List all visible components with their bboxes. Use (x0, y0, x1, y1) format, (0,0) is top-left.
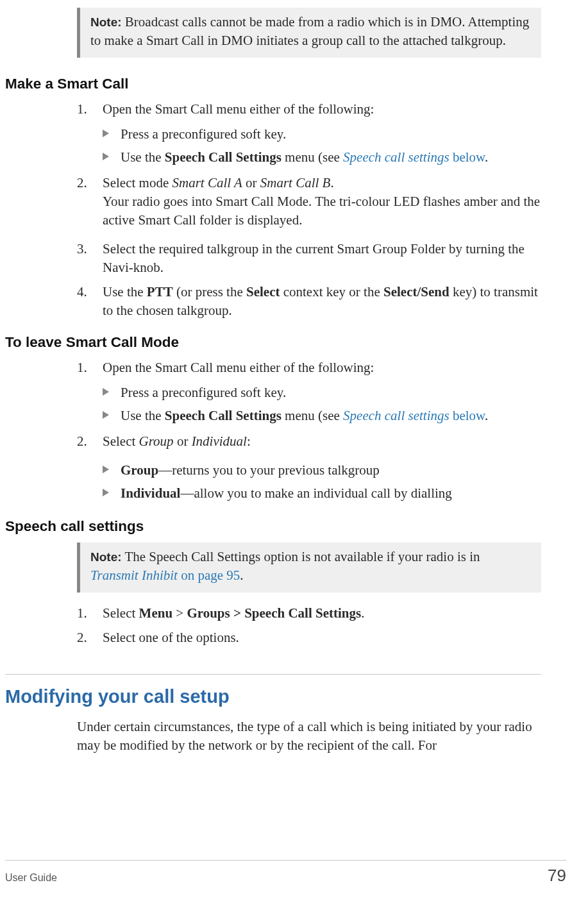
sub-text: menu (see (281, 149, 343, 165)
list-item: 2. Select one of the options. (77, 628, 541, 647)
list-num: 1. (77, 100, 87, 119)
list-italic: Smart Call B (260, 175, 331, 190)
list-leave-smart-call: 1. Open the Smart Call menu either of th… (77, 358, 541, 504)
list-text: > (172, 605, 187, 621)
heading-make-smart-call: Make a Smart Call (0, 76, 588, 92)
section-speech-call-settings: Speech call settings Note: The Speech Ca… (0, 518, 588, 647)
sub-text: —returns you to your previous talkgroup (158, 462, 380, 478)
footer-doc-title: User Guide (5, 872, 57, 884)
sub-text: Use the (121, 408, 165, 423)
document-page: Note: Broadcast calls cannot be made fro… (0, 0, 588, 901)
sub-list: Press a preconfigured soft key. Use the … (103, 124, 541, 168)
sub-text: Use the (121, 149, 165, 165)
bold-ptt: PTT (147, 284, 173, 299)
list-item: 2. Select mode Smart Call A or Smart Cal… (77, 174, 541, 230)
bold-menu: Menu (139, 605, 173, 621)
list-item: 4. Use the PTT (or press the Select cont… (77, 283, 541, 320)
bold-select: Select (246, 284, 280, 299)
footer-divider (5, 860, 566, 861)
sub-text: Press a preconfigured soft key. (121, 385, 286, 400)
list-text: . (330, 175, 333, 190)
list-text: Select (103, 434, 139, 449)
list-text: Open the Smart Call menu either of the f… (103, 360, 374, 375)
list-item: 1. Select Menu > Groups > Speech Call Se… (77, 604, 541, 623)
list-num: 3. (77, 240, 87, 258)
sub-bold: Speech Call Settings (165, 149, 281, 165)
note-label: Note: (90, 15, 122, 29)
link-speech-call-settings[interactable]: Speech call settings (343, 149, 449, 165)
section-divider (5, 674, 541, 675)
list-para: Your radio goes into Smart Call Mode. Th… (103, 194, 540, 228)
list-text: (or press the (173, 284, 246, 299)
list-text: context key or the (280, 284, 383, 299)
note-text: The Speech Call Settings option is not a… (124, 549, 480, 564)
sub-text: —allow you to make an individual call by… (180, 485, 451, 501)
sub-bold: Individual (121, 485, 180, 501)
sub-list: Press a preconfigured soft key. Use the … (103, 382, 541, 426)
list-text: or (174, 434, 192, 449)
bold-path: Groups > Speech Call Settings (187, 605, 361, 621)
note-text: . (240, 568, 243, 583)
list-item: 3. Select the required talkgroup in the … (77, 240, 541, 277)
note-box-transmit-inhibit: Note: The Speech Call Settings option is… (77, 543, 541, 593)
list-num: 2. (77, 432, 87, 451)
heading-speech-call-settings: Speech call settings (0, 518, 588, 535)
list-text: Select mode (103, 175, 172, 190)
list-num: 1. (77, 604, 87, 623)
note-label: Note: (90, 550, 122, 564)
list-num: 2. (77, 628, 87, 647)
list-num: 2. (77, 174, 87, 192)
list-item: 1. Open the Smart Call menu either of th… (77, 100, 541, 168)
list-text: Select (103, 605, 139, 621)
sub-text: menu (see (281, 408, 343, 423)
list-text: Select one of the options. (103, 630, 239, 645)
list-num: 4. (77, 283, 87, 301)
list-make-smart-call: 1. Open the Smart Call menu either of th… (77, 100, 541, 320)
sub-text: . (485, 408, 488, 423)
sub-link-below[interactable]: below (449, 408, 485, 423)
list-item: 1. Open the Smart Call menu either of th… (77, 358, 541, 426)
note-box-dmo: Note: Broadcast calls cannot be made fro… (77, 8, 541, 58)
note-text: Broadcast calls cannot be made from a ra… (90, 14, 529, 48)
list-italic: Group (139, 434, 174, 449)
sub-link-below[interactable]: below (449, 149, 485, 165)
heading-modifying-call-setup: Modifying your call setup (0, 686, 588, 707)
sub-item: Use the Speech Call Settings menu (see S… (103, 147, 541, 168)
footer-row: User Guide 79 (5, 866, 566, 886)
page-footer: User Guide 79 (5, 860, 566, 886)
sub-list: Group—returns you to your previous talkg… (103, 460, 541, 504)
sub-bold: Speech Call Settings (165, 408, 281, 423)
footer-page-number: 79 (548, 866, 566, 886)
sub-text: . (485, 149, 488, 165)
sub-text: Press a preconfigured soft key. (121, 126, 286, 142)
list-text: . (361, 605, 364, 621)
list-text: or (242, 175, 260, 190)
heading-leave-smart-call: To leave Smart Call Mode (0, 334, 588, 351)
link-page-ref[interactable]: on page 95 (178, 568, 240, 583)
sub-item: Use the Speech Call Settings menu (see S… (103, 405, 541, 426)
section-leave-smart-call: To leave Smart Call Mode 1. Open the Sma… (0, 334, 588, 504)
list-text: Open the Smart Call menu either of the f… (103, 101, 374, 117)
sub-item: Group—returns you to your previous talkg… (103, 460, 541, 481)
paragraph-modifying: Under certain circumstances, the type of… (77, 718, 541, 755)
sub-item: Press a preconfigured soft key. (103, 382, 541, 403)
list-item: 2. Select Group or Individual: Group—ret… (77, 432, 541, 504)
list-num: 1. (77, 358, 87, 377)
bold-select-send: Select/Send (383, 284, 449, 299)
list-text: Use the (103, 284, 147, 299)
list-text: : (247, 434, 251, 449)
list-italic: Smart Call A (172, 175, 242, 190)
list-speech-call-settings: 1. Select Menu > Groups > Speech Call Se… (77, 604, 541, 647)
section-make-smart-call: Make a Smart Call 1. Open the Smart Call… (0, 76, 588, 320)
sub-item: Press a preconfigured soft key. (103, 124, 541, 145)
link-transmit-inhibit[interactable]: Transmit Inhibit (90, 568, 178, 583)
list-italic: Individual (192, 434, 247, 449)
list-text: Select the required talkgroup in the cur… (103, 241, 525, 275)
link-speech-call-settings[interactable]: Speech call settings (343, 408, 449, 423)
sub-bold: Group (121, 462, 158, 478)
sub-item: Individual—allow you to make an individu… (103, 483, 541, 504)
